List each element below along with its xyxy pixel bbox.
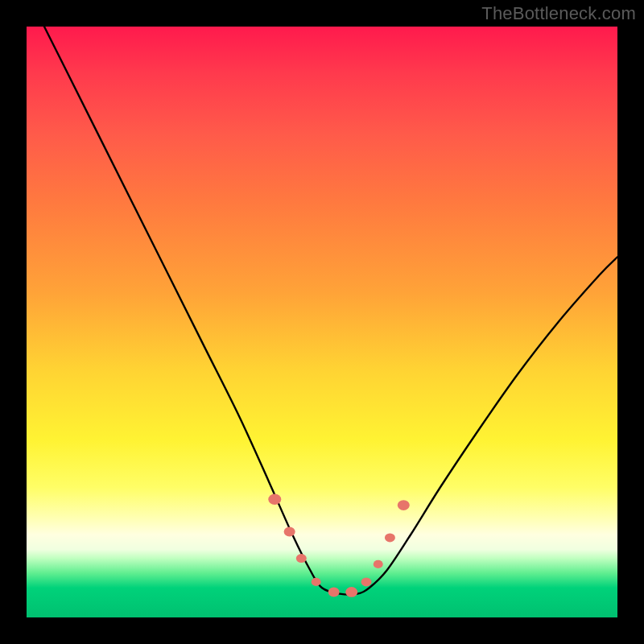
highlight-dot bbox=[361, 577, 372, 586]
highlight-dot bbox=[345, 587, 357, 597]
highlight-dot bbox=[398, 500, 410, 510]
highlight-dots bbox=[268, 493, 410, 597]
highlight-dot bbox=[268, 493, 281, 505]
highlight-dot bbox=[328, 587, 340, 597]
curve-svg bbox=[27, 27, 617, 617]
highlight-dot bbox=[312, 578, 321, 586]
chart-frame: TheBottleneck.com bbox=[0, 0, 644, 644]
bottleneck-curve bbox=[27, 0, 617, 595]
watermark-text: TheBottleneck.com bbox=[481, 3, 636, 24]
highlight-dot bbox=[374, 560, 383, 568]
plot-area bbox=[27, 27, 617, 617]
highlight-dot bbox=[284, 527, 295, 537]
highlight-dot bbox=[385, 533, 395, 542]
highlight-dot bbox=[296, 554, 307, 563]
